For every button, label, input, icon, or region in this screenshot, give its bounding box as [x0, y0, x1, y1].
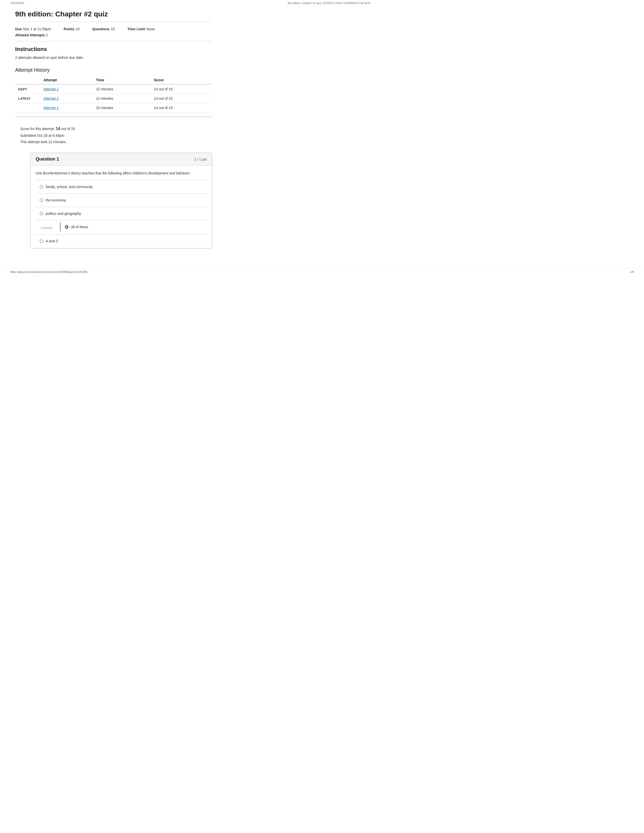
- row-attempt1-score: 14 out of 15: [151, 103, 212, 113]
- questions-label: Questions: [92, 27, 109, 31]
- meta-divider-bottom: [15, 41, 212, 42]
- answer-divider-3: [35, 220, 207, 220]
- answer-option-3[interactable]: all of these: [61, 222, 207, 232]
- time-limit-meta: Time Limit None: [127, 27, 155, 31]
- footer-url: https://grayson.instructure.com/courses/…: [10, 270, 87, 273]
- score-summary: Score for this attempt: 14 out of 15 Sub…: [15, 121, 212, 149]
- table-row: Attempt 1 15 minutes 14 out of 15: [15, 103, 212, 113]
- row-kept-score: 14 out of 15: [151, 84, 212, 94]
- page-date: 10/28/2020: [10, 2, 24, 5]
- answer-text-2: politics and geography: [46, 212, 81, 215]
- answer-divider-1: [35, 193, 207, 194]
- answer-text-3: all of these: [71, 225, 88, 229]
- question-1-block: Question 1 1 / 1 pts Urie Bronfenbrenner…: [30, 153, 212, 248]
- due-label: Due: [15, 27, 22, 31]
- time-limit-label: Time Limit: [127, 27, 145, 31]
- answer-option-0[interactable]: family, school, and community: [35, 182, 207, 191]
- instructions-text: 2 attempts allowed on quiz before due da…: [15, 56, 212, 60]
- answer-option-1[interactable]: the economy: [35, 196, 207, 205]
- points-meta: Points 15: [64, 27, 80, 31]
- meta-divider-top: [15, 22, 212, 22]
- answer-text-0: family, school, and community: [46, 185, 93, 189]
- question-1-body: Urie Bronfenbrenner's theory teaches tha…: [31, 166, 212, 248]
- attempt1-link[interactable]: Attempt 1: [43, 106, 59, 110]
- row-attempt1-link-cell[interactable]: Attempt 1: [40, 103, 93, 113]
- score-line: Score for this attempt: 14 out of 15: [20, 125, 212, 132]
- allowed-attempts-label: Allowed Attempts: [15, 33, 45, 37]
- answer-divider-0: [35, 180, 207, 180]
- question-1-pts: 1 / 1 pts: [194, 157, 207, 161]
- due-value: Nov 1 at 11:59pm: [23, 27, 51, 31]
- quiz-meta-row1: Due Nov 1 at 11:59pm Points 15 Questions…: [15, 24, 212, 32]
- answer-text-1: the economy: [46, 198, 66, 202]
- answer-divider-4: [35, 234, 207, 235]
- row-latest-time: 12 minutes: [93, 94, 151, 103]
- score-suffix: out of 15: [60, 127, 75, 131]
- col-header-label: [15, 76, 40, 84]
- attempt-table-divider: [15, 117, 212, 117]
- radio-0[interactable]: [40, 185, 43, 188]
- question-1-header: Question 1 1 / 1 pts: [31, 153, 212, 166]
- table-row: LATEST Attempt 2 12 minutes 14 out of 15: [15, 94, 212, 103]
- col-header-attempt: Attempt: [40, 76, 93, 84]
- row-attempt1-label: [15, 103, 40, 113]
- bottom-bar: https://grayson.instructure.com/courses/…: [0, 269, 644, 275]
- quiz-title: 9th edition: Chapter #2 quiz: [15, 10, 212, 18]
- score-prefix: Score for this attempt:: [20, 127, 56, 131]
- row-latest-score: 14 out of 15: [151, 94, 212, 103]
- instructions-title: Instructions: [15, 46, 212, 53]
- row-kept-label: KEPT: [15, 84, 40, 94]
- table-row: KEPT Attempt 2 12 minutes 14 out of 15: [15, 84, 212, 94]
- duration-line: This attempt took 12 minutes.: [20, 139, 212, 145]
- points-value: 15: [76, 27, 80, 31]
- correct-label: Correct!: [35, 225, 57, 232]
- attempt-history-table: Attempt Time Score KEPT Attempt 2 12 min…: [15, 76, 212, 113]
- attempt2-link-latest[interactable]: Attempt 2: [43, 96, 59, 100]
- answer-option-4[interactable]: A and C: [35, 236, 207, 246]
- answer-divider-2: [35, 207, 207, 207]
- attempt-history-title: Attempt History: [15, 67, 212, 73]
- row-kept-time: 12 minutes: [93, 84, 151, 94]
- question-1-title: Question 1: [35, 156, 59, 162]
- row-attempt1-time: 15 minutes: [93, 103, 151, 113]
- row-latest-label: LATEST: [15, 94, 40, 103]
- questions-value: 15: [111, 27, 115, 31]
- attempt2-link-kept[interactable]: Attempt 2: [43, 87, 59, 91]
- quiz-meta-row2: Allowed Attempts 2: [15, 32, 212, 40]
- points-label: Points: [64, 27, 74, 31]
- col-header-time: Time: [93, 76, 151, 84]
- question-1-text: Urie Bronfenbrenner's theory teaches tha…: [35, 170, 207, 176]
- questions-meta: Questions 15: [92, 27, 115, 31]
- row-latest-attempt[interactable]: Attempt 2: [40, 94, 93, 103]
- answer-text-4: A and C: [46, 239, 58, 243]
- time-limit-value: None: [146, 27, 155, 31]
- answer-option-2[interactable]: politics and geography: [35, 209, 207, 218]
- radio-2[interactable]: [40, 212, 43, 215]
- page-header-title: 9th edition: Chapter #2 quiz: (C01NT) CH…: [287, 2, 370, 5]
- score-value: 14: [56, 127, 60, 131]
- due-meta: Due Nov 1 at 11:59pm: [15, 27, 51, 31]
- radio-3[interactable]: [65, 225, 68, 229]
- col-header-score: Score: [151, 76, 212, 84]
- row-kept-attempt[interactable]: Attempt 2: [40, 84, 93, 94]
- submitted-line: Submitted Oct 28 at 6:49pm: [20, 132, 212, 139]
- footer-page-num: 1/8: [630, 270, 634, 273]
- radio-4[interactable]: [40, 239, 43, 243]
- radio-1[interactable]: [40, 198, 43, 202]
- allowed-attempts-value: 2: [46, 33, 48, 37]
